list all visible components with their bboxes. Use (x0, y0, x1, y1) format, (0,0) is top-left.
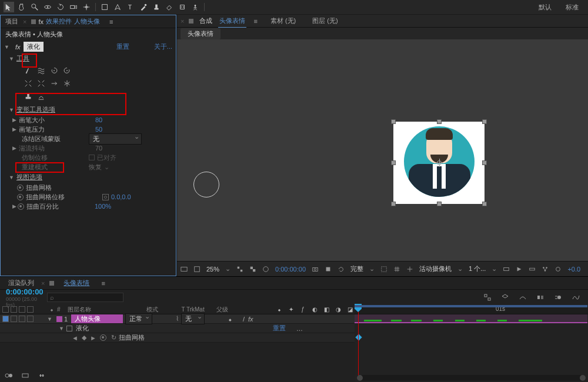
fx-enable-checkbox[interactable] (66, 326, 72, 331)
caret-down-icon[interactable]: ⌄ (225, 265, 230, 273)
panel-menu-icon[interactable]: ≡ (105, 16, 118, 27)
lock-toggle[interactable] (27, 316, 34, 322)
stopwatch-icon[interactable] (18, 203, 24, 210)
view-options-section[interactable]: ▼ 视图选项 (1, 172, 176, 183)
project-tab[interactable]: 项目 (1, 15, 23, 28)
eraser-tool-icon[interactable] (164, 2, 175, 12)
bloat-tool-icon[interactable] (36, 78, 46, 89)
num-views-value[interactable]: 1 个... (469, 264, 486, 273)
twirl-icon[interactable]: ▼ (9, 107, 14, 113)
layer-twirl-icon[interactable]: ▼ (47, 316, 52, 322)
mesh-offset-value[interactable]: 0.0,0.0 (111, 193, 131, 200)
switch-adj-icon[interactable]: ◑ (335, 306, 342, 313)
brush-size-value[interactable]: 80 (95, 116, 102, 123)
transparency-grid-icon[interactable] (249, 266, 256, 273)
fx-name[interactable]: 液化 (76, 324, 273, 333)
roi-icon[interactable] (380, 266, 387, 273)
pixel-aspect-icon[interactable] (503, 266, 510, 273)
camera-tool-icon[interactable] (68, 2, 79, 12)
pen-tool-icon[interactable] (112, 2, 123, 12)
warp-tool-icon[interactable] (23, 65, 34, 76)
caret-down-icon[interactable]: ⌄ (492, 265, 497, 273)
caret-down-icon[interactable]: ⌄ (457, 265, 463, 273)
twirl-icon[interactable]: ▶ (12, 117, 16, 123)
video-toggle-icon[interactable] (2, 306, 9, 313)
timeline-comp-tab[interactable]: 头像表情 (59, 277, 94, 289)
current-timecode[interactable]: 0:00:00:00 (6, 287, 47, 296)
keyframe-nav-prev-icon[interactable]: ◄ (72, 334, 78, 341)
resolution-icon[interactable] (236, 266, 243, 273)
panel-menu-icon[interactable]: ≡ (96, 278, 109, 289)
footage-tab[interactable]: 素材 (无) (265, 15, 302, 27)
shy-icon[interactable] (517, 292, 528, 303)
keyframe-nav-diamond-icon[interactable]: ◆ (82, 334, 86, 341)
comp-menu-icon[interactable]: ≡ (251, 16, 259, 26)
twirl-icon[interactable]: ▶ (12, 203, 16, 209)
search-input[interactable] (47, 293, 123, 302)
label-col-icon[interactable]: ⬥ (46, 306, 57, 313)
effect-name-liquify[interactable]: 液化 (24, 42, 44, 52)
workspace-default[interactable]: 默认 (532, 1, 559, 14)
mask-icon[interactable] (262, 266, 269, 273)
tools-section[interactable]: ▼ 工具 (1, 53, 176, 64)
parent-pickwhip-icon[interactable]: ⌇ (176, 315, 179, 323)
twirl-icon[interactable]: ▼ (9, 175, 14, 180)
magnification-icon[interactable] (181, 266, 188, 273)
rotation-tool-icon[interactable] (55, 2, 66, 12)
keyframe-icon[interactable] (355, 334, 362, 340)
rect-tool-icon[interactable] (99, 2, 110, 12)
show-channel-icon[interactable] (325, 266, 332, 273)
comp-subtab[interactable]: 头像表情 (181, 28, 220, 39)
fx-reset-link[interactable]: 重置 (273, 324, 286, 333)
grid-icon[interactable] (393, 266, 400, 273)
freeze-mask-dropdown[interactable]: 无 (89, 133, 142, 145)
zoom-slider[interactable] (357, 375, 586, 381)
comp-mini-flowchart-icon[interactable] (482, 292, 493, 303)
stopwatch-icon[interactable] (100, 334, 106, 341)
fx-prop-mesh-row[interactable]: ◄ ◆ ► ↻ 扭曲网格 (0, 333, 355, 343)
handle-bm[interactable] (437, 202, 442, 206)
brush-tool-icon[interactable] (138, 2, 149, 12)
switch-blur-icon[interactable]: ◐ (311, 306, 318, 313)
effect-twirl-icon[interactable]: ▼ (4, 44, 9, 50)
type-tool-icon[interactable]: T (125, 2, 136, 12)
zoom-tool-icon[interactable] (29, 2, 40, 12)
layer-name-col[interactable]: 图层名称 (65, 306, 146, 314)
clone-tool-icon[interactable] (23, 91, 34, 102)
resolution-value[interactable]: 完整 (350, 264, 363, 273)
work-area-bar[interactable] (355, 305, 587, 307)
switch-star-icon[interactable]: ✦ (288, 306, 295, 313)
comp-viewport[interactable] (177, 39, 588, 261)
about-dots[interactable]: … (296, 325, 303, 332)
frame-blend-icon[interactable] (535, 292, 546, 303)
turbulence-tool-icon[interactable] (36, 65, 46, 76)
mesh-percent-value[interactable]: 100% (95, 203, 111, 210)
reset-exposure-icon[interactable] (554, 266, 562, 273)
position-picker-icon[interactable] (102, 194, 109, 200)
switch-fx-icon[interactable]: ƒ (299, 306, 306, 313)
timeline-tracks[interactable]: 01s 02s (355, 305, 588, 382)
layer-name[interactable]: 人物头像 (71, 314, 123, 323)
layer-tab[interactable]: 图层 (无) (306, 15, 343, 27)
toggle-in-out-icon[interactable] (36, 370, 47, 381)
parent-dropdown[interactable]: 无 (181, 313, 205, 324)
audio-toggle-icon[interactable] (11, 306, 17, 313)
handle-bl[interactable] (391, 202, 396, 206)
handle-tr[interactable] (482, 119, 487, 124)
workspace-standard[interactable]: 标准 (559, 1, 586, 14)
label-color-swatch[interactable] (56, 316, 62, 322)
fx-row-liquify[interactable]: ▼ 液化 重置 … (0, 324, 355, 333)
compose-tab-label[interactable]: 合成 (198, 15, 213, 27)
switch-shy-icon[interactable]: ⬥ (276, 306, 283, 313)
video-on-icon[interactable] (2, 316, 9, 322)
comp-name-tab[interactable]: 头像表情 (218, 15, 246, 28)
guides-icon[interactable] (406, 266, 413, 273)
trkmat-col[interactable]: T TrkMat (181, 306, 216, 313)
anchor-tool-icon[interactable] (81, 2, 92, 12)
active-camera-value[interactable]: 活动摄像机 (419, 264, 452, 273)
graph-editor-icon[interactable] (570, 292, 581, 303)
zoom-in-handle[interactable] (580, 375, 586, 381)
caret-down-icon[interactable]: ⌄ (369, 265, 375, 273)
handle-tm[interactable] (437, 119, 442, 124)
draft3d-icon[interactable] (500, 292, 510, 303)
